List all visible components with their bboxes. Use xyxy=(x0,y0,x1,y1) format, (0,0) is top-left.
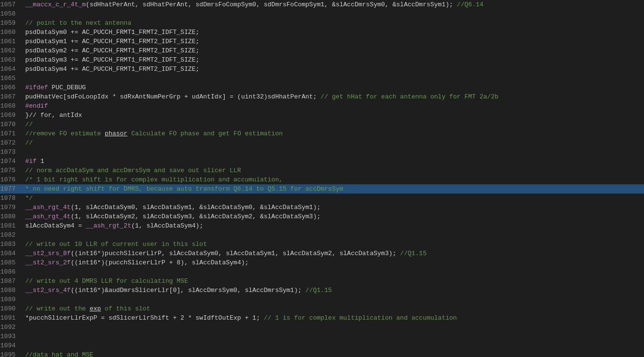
line-number: 1060 xyxy=(0,28,23,37)
code-token: //Q1.15 xyxy=(305,287,332,294)
code-line: 1071 //remove FO estimate phasor Calcula… xyxy=(0,129,644,138)
code-token: 1 xyxy=(36,158,44,165)
code-token: slAccDataSym4 = xyxy=(25,222,86,229)
line-content: psdDataSym0 += AC_PUCCH_FRMT1_FRMT2_IDFT… xyxy=(23,28,644,37)
line-content: // norm accDataSym and accDmrsSym and sa… xyxy=(23,166,644,175)
code-token: #if xyxy=(25,158,36,165)
code-line: 1063 psdDataSym3 += AC_PUCCH_FRMT1_FRMT2… xyxy=(0,55,644,65)
line-content: slAccDataSym4 = __ash_rgt_2t(1, slAccDat… xyxy=(23,221,644,230)
code-token: __ash_rgt_4t xyxy=(25,213,71,220)
code-line: 1079 __ash_rgt_4t(1, slAccDataSym0, slAc… xyxy=(0,203,644,212)
line-number: 1093 xyxy=(0,332,23,341)
code-token: */ xyxy=(25,195,33,202)
code-token: __st2_srs_2f xyxy=(25,259,71,266)
code-line: 1058 xyxy=(0,9,644,18)
code-token: // write out 4 DMRS LLR for calculating … xyxy=(25,277,188,285)
line-number: 1079 xyxy=(0,203,23,212)
line-number: 1074 xyxy=(0,157,23,166)
code-line: 1078 */ xyxy=(0,194,644,203)
code-token: }// for, antIdx xyxy=(25,112,82,119)
line-content: // xyxy=(23,138,644,147)
line-number: 1058 xyxy=(0,9,23,18)
line-content: __st2_srs_4f((int16*)&audDmrsSlicerLlr[0… xyxy=(23,286,644,295)
code-line: 1059 // point to the next antenna xyxy=(0,18,644,28)
code-line: 1062 psdDataSym2 += AC_PUCCH_FRMT1_FRMT2… xyxy=(0,46,644,55)
line-number: 1085 xyxy=(0,258,23,267)
line-content: psdDataSym3 += AC_PUCCH_FRMT1_FRMT2_IDFT… xyxy=(23,55,644,65)
code-line: 1080 __ash_rgt_4t(1, slAccDataSym2, slAc… xyxy=(0,212,644,221)
code-line: 1086 xyxy=(0,267,644,276)
line-number: 1059 xyxy=(0,18,23,28)
line-number: 1075 xyxy=(0,166,23,175)
code-token: (sdHhatPerAnt, sdHhatPerAnt, sdDmrsFoCom… xyxy=(86,1,457,8)
line-number: 1078 xyxy=(0,194,23,203)
line-content: pudHhatVec[sdFoLoopIdx * sdRxAntNumPerGr… xyxy=(23,92,644,101)
code-token: // xyxy=(25,139,33,146)
line-content: }// for, antIdx xyxy=(23,111,644,120)
line-number: 1063 xyxy=(0,55,23,65)
code-token: * no need right shift for DMRS, because … xyxy=(25,185,343,193)
line-number: 1083 xyxy=(0,240,23,249)
code-line: 1083 // write out 10 LLR of current user… xyxy=(0,240,644,249)
code-token: of this slot xyxy=(101,305,150,312)
code-token: __st2_srs_8f xyxy=(25,250,71,257)
code-line: 1082 xyxy=(0,230,644,240)
line-content: // xyxy=(23,120,644,129)
line-number: 1090 xyxy=(0,304,23,313)
line-number: 1071 xyxy=(0,129,23,138)
code-line: 1060 psdDataSym0 += AC_PUCCH_FRMT1_FRMT2… xyxy=(0,28,644,37)
code-line: 1066#ifdef PUC_DEBUG xyxy=(0,83,644,92)
code-token: // 1 is for complex multiplication and a… xyxy=(264,314,457,322)
code-token: psdDataSym2 += AC_PUCCH_FRMT1_FRMT2_IDFT… xyxy=(25,47,199,54)
code-token: psdDataSym3 += AC_PUCCH_FRMT1_FRMT2_IDFT… xyxy=(25,56,199,64)
line-number: 1057 xyxy=(0,0,23,9)
code-line: 1081 slAccDataSym4 = __ash_rgt_2t(1, slA… xyxy=(0,221,644,230)
line-content: //data hat and MSE xyxy=(23,350,644,357)
line-number: 1088 xyxy=(0,286,23,295)
code-token: Calculate FO phase and get FO estimation xyxy=(128,130,283,137)
code-token: //Q1.15 xyxy=(400,250,427,257)
line-content xyxy=(23,341,644,350)
line-content xyxy=(23,267,644,276)
code-line: 1085 __st2_srs_2f((int16*)(pucchSlicerLl… xyxy=(0,258,644,267)
code-token: // point to the next antenna xyxy=(25,19,131,27)
line-number: 1080 xyxy=(0,212,23,221)
code-line: 1090 // write out the exp of this slot xyxy=(0,304,644,313)
line-content xyxy=(23,332,644,341)
line-number: 1076 xyxy=(0,175,23,184)
line-number: 1092 xyxy=(0,323,23,332)
line-number: 1070 xyxy=(0,120,23,129)
code-line: 1077 * no need right shift for DMRS, bec… xyxy=(0,184,644,194)
code-token: psdDataSym4 += AC_PUCCH_FRMT1_FRMT2_IDFT… xyxy=(25,65,199,73)
line-content: // point to the next antenna xyxy=(23,18,644,28)
code-token: /* 1 bit right shift is for complex mult… xyxy=(25,176,283,183)
line-number: 1061 xyxy=(0,37,23,46)
line-content: *pucchSlicerLlrExpP = sdSlicerLlrShift +… xyxy=(23,313,644,323)
line-number: 1077 xyxy=(0,184,23,194)
code-token: __st2_srs_4f xyxy=(25,287,71,294)
line-content xyxy=(23,230,644,240)
code-line: 1061 psdDataSym1 += AC_PUCCH_FRMT1_FRMT2… xyxy=(0,37,644,46)
line-number: 1066 xyxy=(0,83,23,92)
code-token: ((int16*)pucchSlicerLlrP, slAccDataSym0,… xyxy=(71,250,400,257)
code-token: exp xyxy=(90,305,101,312)
line-content: #ifdef PUC_DEBUG xyxy=(23,83,644,92)
line-number: 1084 xyxy=(0,249,23,258)
line-content: __st2_srs_2f((int16*)(pucchSlicerLlrP + … xyxy=(23,258,644,267)
line-number: 1087 xyxy=(0,276,23,286)
line-number: 1082 xyxy=(0,230,23,240)
line-content: #if 1 xyxy=(23,157,644,166)
line-content xyxy=(23,74,644,83)
code-token: //Q6.14 xyxy=(457,1,483,8)
code-line: 1068#endif xyxy=(0,101,644,111)
code-line: 1075 // norm accDataSym and accDmrsSym a… xyxy=(0,166,644,175)
code-token: (1, slAccDataSym2, slAccDataSym3, &slAcc… xyxy=(71,213,321,220)
code-token: ((int16*)&audDmrsSlicerLlr[0], slAccDmrs… xyxy=(71,287,306,294)
code-line: 1065 xyxy=(0,74,644,83)
code-token: //data hat and MSE xyxy=(25,351,93,357)
code-token: __ash_rgt_4t xyxy=(25,204,71,211)
line-number: 1065 xyxy=(0,74,23,83)
code-token: // write out the xyxy=(25,305,90,312)
code-line: 1089 xyxy=(0,295,644,304)
code-token: PUC_DEBUG xyxy=(48,84,86,91)
